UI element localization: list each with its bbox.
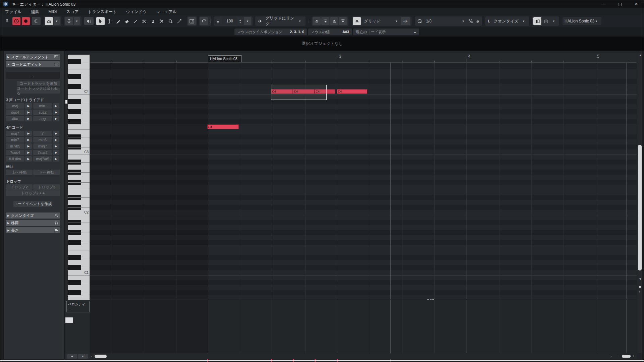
section-quantize[interactable]: ▶ クオンタイズ xyxy=(6,213,60,219)
inversion-up-button[interactable]: 上へ移動 xyxy=(6,170,33,175)
inversion-down-button[interactable]: 下へ移動 xyxy=(33,170,60,175)
chord-arrow-sus4[interactable]: ▶ xyxy=(25,110,32,115)
lane-resize-handle-top[interactable]: ╍╍╍ xyxy=(427,298,435,301)
transpose-octave-up-button[interactable] xyxy=(330,17,338,25)
chord-arrow-7sus4[interactable]: ▶ xyxy=(25,150,32,155)
vertical-scroll-thumb[interactable] xyxy=(638,145,642,270)
lane-menu-button[interactable]: ▼ xyxy=(78,354,88,359)
length-quantize-select[interactable]: クオンタイズ xyxy=(492,17,521,25)
pitch-visibility-button[interactable] xyxy=(45,17,53,25)
chord-button-sus4[interactable]: sus4 xyxy=(6,110,24,115)
insert-velocity-dropdown[interactable]: ▼ xyxy=(244,17,251,25)
zoom-tool-button[interactable] xyxy=(166,17,174,25)
edit-active-part-button[interactable] xyxy=(533,17,541,25)
chord-button-min6[interactable]: min6 xyxy=(33,137,52,142)
chord-button-7sus2[interactable]: 7sus2 xyxy=(33,150,52,155)
glue-tool-button[interactable] xyxy=(149,17,157,25)
chord-arrow-sus2[interactable]: ▶ xyxy=(53,110,59,115)
chord-arrow-minj7[interactable]: ▶ xyxy=(53,143,59,149)
section-length[interactable]: ▶ 長さ xyxy=(6,227,60,233)
chord-button-maj7[interactable]: maj7 xyxy=(6,131,24,136)
quantize-panel-button[interactable]: e xyxy=(475,17,481,25)
grid-relative-button[interactable]: -|+ xyxy=(401,17,410,25)
range-tool-button[interactable] xyxy=(105,17,113,25)
horizontal-scroll-thumb[interactable] xyxy=(95,355,107,358)
part-selector-dropdown[interactable]: ▼ xyxy=(593,17,599,25)
chord-button-m7/b5[interactable]: m7/b5 xyxy=(6,143,24,149)
chord-arrow-full dim[interactable]: ▶ xyxy=(25,156,32,162)
insert-velocity-stepper[interactable]: ▲▼ xyxy=(238,17,243,25)
select-tool-button[interactable] xyxy=(96,17,105,25)
maximize-button[interactable]: ▢ xyxy=(613,0,628,8)
chord-arrow-m7/b5[interactable]: ▶ xyxy=(25,143,32,149)
show-part-borders-icon[interactable] xyxy=(542,17,550,25)
match-chord-track-button[interactable]: コードトラックに合わせる xyxy=(17,88,60,94)
drop3-button[interactable]: ドロップ3 xyxy=(33,184,60,190)
section-scale-assistant[interactable]: ▶ スケールアシスタント xyxy=(6,54,60,60)
draw-tool-button[interactable] xyxy=(114,17,122,25)
event-move-dropdown[interactable]: ▼ xyxy=(74,17,80,25)
section-transpose[interactable]: ▶ 移調 xyxy=(6,220,60,226)
event-move-icon[interactable] xyxy=(65,17,73,25)
chord-arrow-7sus2[interactable]: ▶ xyxy=(53,150,59,155)
midi-note-F3[interactable]: F3 xyxy=(207,124,239,129)
chord-arrow-maj[interactable]: ▶ xyxy=(25,103,32,109)
chord-button-full dim[interactable]: full dim xyxy=(6,156,24,162)
close-button[interactable]: ✕ xyxy=(629,0,644,8)
transpose-down-button[interactable] xyxy=(321,17,329,25)
mute-tool-button[interactable] xyxy=(158,17,166,25)
chord-arrow-min7[interactable]: ▶ xyxy=(25,137,32,142)
quantize-preset-select[interactable]: 1/8 xyxy=(424,17,461,25)
chord-arrow-dim[interactable]: ▶ xyxy=(25,116,32,121)
pitch-visibility-dropdown[interactable]: ▼ xyxy=(54,17,60,25)
snap-button[interactable] xyxy=(353,17,361,25)
hzoom-in-icon[interactable]: + xyxy=(633,354,635,358)
length-link-select[interactable]: グリッドにリンク xyxy=(263,17,298,25)
chord-button-minj7[interactable]: minj7 xyxy=(33,143,52,149)
horizontal-scrollbar[interactable]: ‹ › − + xyxy=(90,353,637,359)
vzoom-in-icon[interactable]: + xyxy=(639,290,641,294)
chord-button-min7[interactable]: min7 xyxy=(6,137,24,142)
scroll-down-icon[interactable]: ▼ xyxy=(639,277,642,281)
chord-button-aug[interactable]: aug xyxy=(33,116,52,121)
pin-window-icon[interactable] xyxy=(3,17,11,25)
solo-button[interactable]: S xyxy=(12,17,20,25)
chord-arrow-maj7/#5[interactable]: ▶ xyxy=(53,156,59,162)
audition-button[interactable] xyxy=(84,17,94,25)
piano-keyboard[interactable]: C4C3C2C1 xyxy=(68,55,90,300)
hzoom-out-icon[interactable]: − xyxy=(617,354,619,358)
erase-tool-button[interactable] xyxy=(123,17,131,25)
acoustic-feedback-button[interactable] xyxy=(32,17,41,25)
transpose-up-button[interactable] xyxy=(313,17,321,25)
chord-arrow-min6[interactable]: ▶ xyxy=(53,137,59,142)
independent-loop-button[interactable] xyxy=(200,17,208,25)
hzoom-thumb[interactable] xyxy=(622,355,631,358)
scroll-left-icon[interactable]: ‹ xyxy=(91,355,92,358)
snap-type-dropdown[interactable]: ▼ xyxy=(393,17,399,25)
split-tool-button[interactable] xyxy=(140,17,148,25)
velocity-lane-label[interactable]: ベロシティー xyxy=(66,301,90,312)
minimize-button[interactable]: ─ xyxy=(597,0,611,8)
length-quantize-dropdown[interactable]: ▼ xyxy=(521,17,527,25)
chord-button-maj[interactable]: maj xyxy=(6,103,24,109)
autoscroll-button[interactable] xyxy=(188,17,196,25)
scroll-right-icon[interactable]: › xyxy=(610,355,611,358)
chord-button-7sus4[interactable]: 7sus4 xyxy=(6,150,24,155)
vzoom-dot[interactable] xyxy=(639,286,641,288)
snap-type-select[interactable]: グリッド xyxy=(362,17,395,25)
vertical-scrollbar[interactable]: ▲ ▼ + xyxy=(637,53,642,353)
chord-arrow-maj7[interactable]: ▶ xyxy=(25,131,32,136)
timeline-ruler[interactable]: 345 xyxy=(90,53,637,63)
chord-button-sus2[interactable]: sus2 xyxy=(33,110,52,115)
add-lane-button[interactable]: + xyxy=(67,354,77,359)
create-chord-event-button[interactable]: コードイベントを作成 xyxy=(13,201,52,207)
scroll-up-icon[interactable]: ▲ xyxy=(639,53,642,57)
part-edit-dropdown[interactable]: ▼ xyxy=(551,17,557,25)
quantize-preset-dropdown[interactable]: ▼ xyxy=(460,17,466,25)
iterative-quantize-button[interactable] xyxy=(467,17,474,25)
drop2-button[interactable]: ドロップ2 xyxy=(6,184,33,190)
controller-lanes[interactable]: ╍╍╍ ╍╍╍ xyxy=(90,300,637,353)
chord-button-min.[interactable]: min. xyxy=(33,103,52,109)
insert-velocity-value[interactable]: 100 xyxy=(222,17,237,25)
midi-note-C4[interactable]: C4 xyxy=(337,89,367,94)
